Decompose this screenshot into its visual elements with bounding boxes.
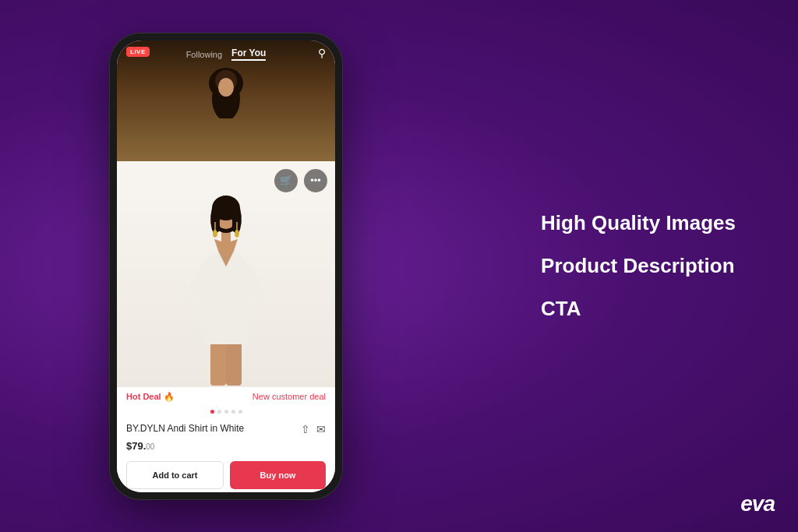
product-share-save: ⇧ ✉ [301,423,326,435]
product-name: BY.DYLN Andi Shirt in White [126,423,301,434]
feature-text-3: CTA [541,297,736,321]
price-value: $79. [126,440,146,452]
svg-point-3 [218,78,234,97]
bookmark-icon[interactable]: ✉ [316,423,326,435]
svg-point-14 [235,230,239,238]
product-model-image [175,177,277,387]
product-price: $79.00 [117,439,335,456]
product-info: BY.DYLN Andi Shirt in White ⇧ ✉ [117,417,335,439]
dot-3[interactable] [224,410,228,414]
share-icon[interactable]: ⇧ [301,423,310,435]
hot-deal-label: Hot Deal 🔥 [126,392,175,402]
person-silhouette [203,64,249,118]
phone-device: LIVE Following For You ⚲ [109,33,343,500]
new-customer-label: New customer deal [252,392,326,402]
product-card: 🛒 ••• Hot Deal 🔥 New customer deal [117,161,335,492]
dot-1[interactable] [210,410,214,414]
following-tab[interactable]: Following [186,50,222,59]
dot-5[interactable] [238,410,242,414]
eva-logo: eva [740,491,775,516]
dot-2[interactable] [217,410,221,414]
product-action-buttons: 🛒 ••• [274,169,327,192]
cart-icon-button[interactable]: 🛒 [274,169,298,192]
image-dots [117,407,335,417]
search-icon[interactable]: ⚲ [318,47,326,59]
product-image-area: 🛒 ••• [117,161,335,387]
more-options-button[interactable]: ••• [304,169,327,192]
deal-banners: Hot Deal 🔥 New customer deal [117,387,335,407]
dot-4[interactable] [231,410,235,414]
price-cents: 00 [146,442,154,451]
right-content-panel: High Quality Images Product Description … [541,211,736,322]
top-navigation: LIVE Following For You ⚲ [117,41,335,69]
video-area: LIVE Following For You ⚲ [117,41,335,161]
live-badge: LIVE [126,47,150,57]
feature-text-1: High Quality Images [541,211,736,235]
eva-logo-text: eva [740,491,775,516]
phone-screen: LIVE Following For You ⚲ [117,41,335,492]
phone-wrapper: LIVE Following For You ⚲ [109,33,343,500]
add-to-cart-button[interactable]: Add to cart [126,461,224,489]
feature-text-2: Product Description [541,254,736,278]
nav-links: Following For You [186,48,267,61]
for-you-tab[interactable]: For You [231,48,266,61]
action-buttons: Add to cart Buy now [117,456,335,492]
buy-now-button[interactable]: Buy now [230,461,326,489]
svg-point-12 [213,230,217,238]
